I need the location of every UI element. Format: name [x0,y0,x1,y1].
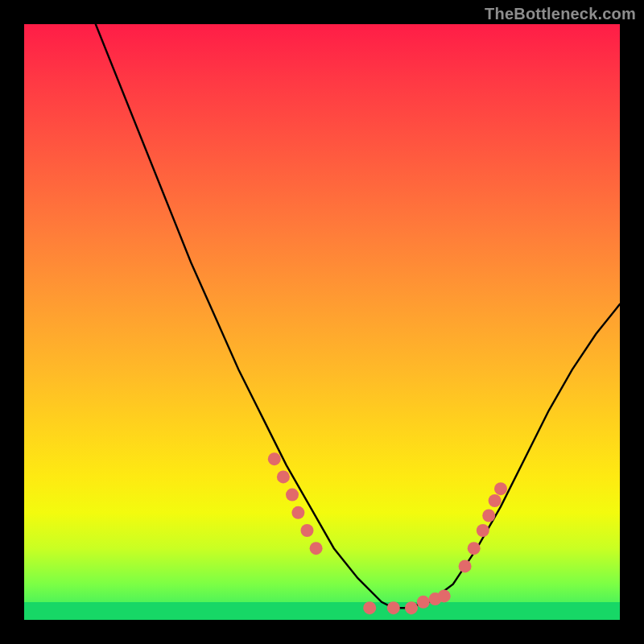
highlight-dot [482,510,495,522]
highlight-dot [459,559,472,572]
highlight-dots-left [268,452,323,555]
highlight-dot [405,601,418,614]
highlight-dot [477,524,489,537]
highlight-dot [494,482,507,495]
highlight-dot [468,542,481,555]
watermark-text: TheBottleneck.com [485,5,636,23]
highlight-dot [489,494,502,507]
highlight-dot [268,452,281,465]
highlight-dot [417,596,430,609]
highlight-dot [277,470,290,483]
highlight-dot [286,489,299,502]
plot-area [24,24,620,620]
highlight-dot [291,506,304,519]
highlight-dots-right [459,482,507,572]
highlight-dot [310,542,323,555]
highlight-dot [301,524,314,537]
chart-svg [24,24,620,620]
chart-frame: TheBottleneck.com [0,0,644,644]
highlight-dot [363,601,376,614]
bottleneck-curve [96,24,620,608]
highlight-dot [438,589,451,602]
highlight-dot [387,601,400,614]
highlight-dots-bottom [363,589,451,614]
